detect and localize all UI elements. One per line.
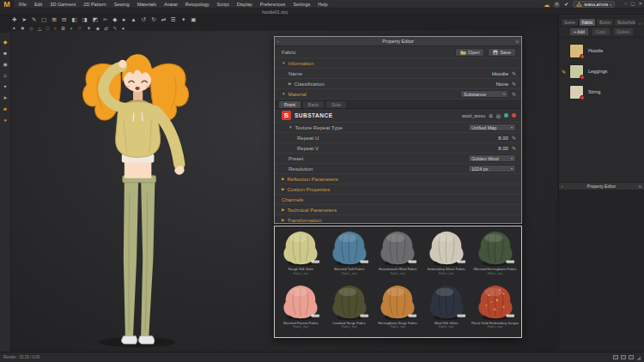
menu-materials[interactable]: Materials	[137, 2, 156, 7]
layout-3d-icon[interactable]	[621, 355, 626, 359]
fabric-item-leggings[interactable]: ✎ Leggings	[559, 61, 644, 81]
free-sewing-icon[interactable]: ◨	[82, 17, 88, 23]
tab-fabric[interactable]: Fabric	[579, 18, 597, 26]
fabric-preset-thumb[interactable]: Combed Serge Fabric Fabric_mat	[326, 282, 374, 336]
sewing-tool-icon[interactable]: ◧	[71, 17, 76, 23]
repeat-u-value[interactable]: 8.00	[498, 136, 508, 141]
render-icon[interactable]: ✦	[181, 17, 185, 23]
preset-dropdown[interactable]: Golden Wool ▾	[468, 154, 516, 162]
annotate-icon[interactable]: ✎	[113, 27, 118, 32]
show-garment-3d-icon[interactable]: ☻	[3, 51, 8, 56]
simulation-button[interactable]: SIMULATION ▾	[573, 1, 615, 8]
menu-help[interactable]: Help	[318, 2, 327, 7]
layout-split-icon[interactable]	[629, 355, 634, 359]
fit-map-icon[interactable]: □	[46, 27, 49, 32]
teal-status-icon[interactable]	[504, 113, 508, 118]
popout-icon[interactable]: ⧉	[639, 184, 641, 189]
redo-icon[interactable]: ↻	[151, 17, 155, 23]
texture-repeat-dropdown[interactable]: Unified Map ▾	[468, 124, 516, 131]
tab-button[interactable]: Button	[596, 18, 614, 26]
strain-map-icon[interactable]: △	[38, 27, 41, 32]
cloud-icon[interactable]: ☁	[544, 2, 550, 8]
edit-pattern-icon[interactable]: ⊟	[62, 17, 66, 23]
transformation-section[interactable]: ▶ Transformation	[275, 215, 521, 223]
fabric-preset-thumb[interactable]: Worsted Twill Fabric Fabric_mat	[326, 228, 374, 282]
remove-substance-icon[interactable]	[512, 113, 516, 118]
pin-tool-icon[interactable]: ◆	[112, 17, 117, 23]
open-button[interactable]: Open	[455, 48, 484, 57]
fabric-item-hoodie[interactable]: Hoodie	[559, 40, 644, 61]
delete-fabric-button[interactable]: Delete	[613, 27, 634, 36]
substance-file-name[interactable]: wool_wovu	[462, 113, 485, 118]
menu-2d-pattern[interactable]: 2D Pattern	[83, 2, 106, 7]
pressure-map-icon[interactable]: ○	[54, 27, 57, 32]
grid-toggle-icon[interactable]: ⊠	[61, 27, 65, 32]
show-garment-icon[interactable]: ✦	[12, 27, 16, 32]
menu-display[interactable]: Display	[237, 2, 252, 7]
show-avatar-icon[interactable]: ◆	[3, 39, 8, 45]
fabric-preset-thumb[interactable]: Floral Gold Embroidery Jacquard Fabric_m…	[471, 282, 519, 336]
segment-sewing-icon[interactable]: ◩	[93, 17, 98, 23]
name-value[interactable]: Hoodie	[492, 71, 508, 76]
popout-icon[interactable]: ⧉	[515, 39, 519, 45]
document-tab[interactable]: hoodie01.zprj	[0, 9, 550, 15]
tab-scroll-arrows[interactable]: ‹ ›	[639, 21, 644, 26]
tab-front[interactable]: Front	[278, 100, 301, 108]
menu-3d-garment[interactable]: 3D Garment	[50, 2, 76, 7]
avatar-pose-icon[interactable]: ☺	[3, 73, 8, 78]
texture-grid-icon[interactable]: ▣	[191, 17, 196, 23]
menu-avatar[interactable]: Avatar	[164, 2, 178, 7]
edit-pencil-icon[interactable]: ✎	[512, 81, 516, 87]
pattern-tool-icon[interactable]: ⊞	[52, 17, 57, 23]
rectangle-tool-icon[interactable]: ▢	[41, 17, 46, 23]
gizmo-icon[interactable]: ◆	[96, 27, 100, 32]
refresh-icon[interactable]: ↻	[512, 91, 516, 97]
material-type-dropdown[interactable]: Substance ▾	[460, 90, 508, 98]
button-tool-icon[interactable]: ●	[122, 17, 125, 23]
tab-back[interactable]: Back	[302, 100, 325, 108]
copy-fabric-button[interactable]: Copy	[592, 27, 611, 36]
minimize-button[interactable]: –	[624, 2, 627, 7]
avatar-tool-icon[interactable]: ▲	[131, 17, 136, 23]
menu-settings[interactable]: Settings	[293, 2, 310, 7]
mesh-view-icon[interactable]: ◇	[29, 27, 33, 32]
fabric-preset-thumb[interactable]: Worsted Flannel Fabric Fabric_mat	[277, 282, 325, 336]
menu-sewing[interactable]: Sewing	[114, 2, 130, 7]
menu-script[interactable]: Script	[217, 2, 229, 7]
material-sphere-icon[interactable]: ●	[3, 118, 7, 123]
save-button[interactable]: Save	[488, 48, 516, 57]
add-fabric-button[interactable]: + Add	[569, 27, 589, 36]
edit-pencil-icon[interactable]: ✎	[512, 145, 516, 151]
edit-pencil-icon[interactable]: ✎	[512, 70, 516, 76]
pen-tool-icon[interactable]: ✎	[32, 17, 36, 23]
menu-file[interactable]: File	[19, 2, 27, 7]
dock-icon[interactable]: ▪	[277, 39, 279, 44]
technical-parameters-section[interactable]: ▶ Technical Parameters	[275, 205, 521, 215]
list-view-icon[interactable]: ▤	[496, 113, 501, 118]
menu-edit[interactable]: Edit	[34, 2, 42, 7]
zoom-view-icon[interactable]: ◉	[3, 62, 7, 67]
sphere-view-icon[interactable]: ●	[122, 27, 125, 32]
highlight-icon[interactable]: ☆	[77, 27, 82, 32]
checkmark-icon[interactable]: ✔	[564, 2, 568, 7]
dock-icon[interactable]: ▪	[562, 184, 563, 189]
tab-scene[interactable]: Scene	[561, 18, 579, 26]
cursor-mode-icon[interactable]: ➤	[3, 95, 7, 100]
hide-tool-icon[interactable]: ✖	[21, 27, 25, 32]
channels-section[interactable]: Channels	[275, 195, 521, 205]
swap-view-icon[interactable]: ⇄	[104, 27, 108, 32]
scissors-icon[interactable]: ✂	[103, 17, 107, 23]
docked-property-editor-titlebar[interactable]: ▪ Property Editor ⧉	[559, 182, 644, 190]
avatar-character[interactable]	[42, 36, 222, 350]
property-editor-titlebar[interactable]: ▪ Property Editor ⧉	[275, 37, 521, 46]
layers-icon[interactable]: ☰	[171, 17, 176, 23]
edit-pencil-icon[interactable]: ✎	[512, 135, 516, 141]
classification-value[interactable]: None	[496, 81, 508, 87]
sync-icon[interactable]: ⇄	[161, 17, 166, 23]
layout-2d-icon[interactable]	[613, 355, 618, 359]
resolution-dropdown[interactable]: 1024 px ▾	[468, 165, 516, 172]
fabric-preset-thumb[interactable]: Houndstooth Wool Fabric Fabric_mat	[374, 228, 422, 282]
fabric-preset-thumb[interactable]: Rough Silk Satin Fabric_mat	[277, 228, 325, 282]
menu-preferences[interactable]: Preferences	[260, 2, 286, 7]
fabric-preset-thumb[interactable]: Worsted Herringbone Fabric Fabric_mat	[471, 228, 519, 282]
